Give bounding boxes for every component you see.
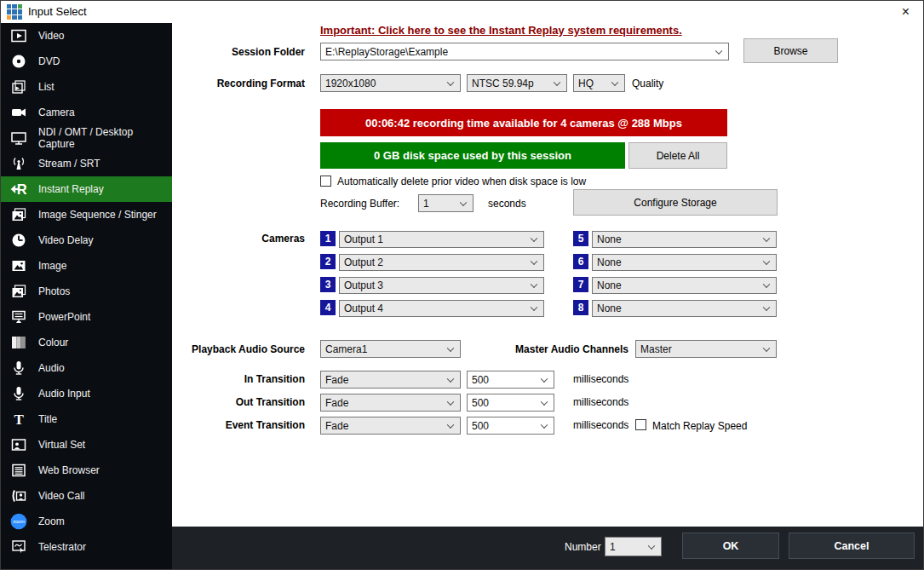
camera-4-value: Output 4 — [344, 302, 383, 314]
sidebar-item-label: Telestrator — [38, 541, 86, 553]
camera-1-dropdown[interactable]: Output 1 — [339, 231, 544, 248]
sidebar-item-telestrator[interactable]: Telestrator — [1, 534, 172, 560]
recording-buffer-value: 1 — [423, 198, 429, 210]
title-icon: T — [8, 411, 30, 428]
camera-4-dropdown[interactable]: Output 4 — [339, 300, 544, 317]
recording-buffer-dropdown[interactable]: 1 — [418, 194, 473, 212]
camera-7-dropdown[interactable]: None — [592, 277, 777, 294]
camera-icon — [8, 104, 30, 121]
sidebar-item-image[interactable]: Image — [1, 253, 172, 279]
event-transition-label: Event Transition — [172, 419, 305, 431]
video-call-icon — [8, 487, 30, 504]
resolution-dropdown[interactable]: 1920x1080 — [320, 74, 461, 92]
instant-replay-icon: R — [8, 180, 30, 199]
sidebar-item-dvd[interactable]: DVD — [1, 49, 172, 74]
sidebar-item-colour[interactable]: Colour — [1, 330, 172, 355]
recording-time-banner: 00:06:42 recording time available for 4 … — [320, 109, 727, 136]
sidebar-item-label: Audio Input — [38, 388, 90, 400]
event-transition-duration-combobox[interactable]: 500 — [467, 417, 554, 435]
sidebar-item-web-browser[interactable]: Web Browser — [1, 458, 172, 483]
number-dropdown[interactable]: 1 — [605, 537, 662, 556]
camera-3-badge: 3 — [320, 277, 336, 292]
chevron-down-icon — [763, 344, 770, 351]
sidebar-item-virtual-set[interactable]: Virtual Set — [1, 432, 172, 458]
chevron-down-icon — [460, 199, 467, 205]
out-transition-duration-combobox[interactable]: 500 — [467, 394, 554, 412]
frame-rate-dropdown[interactable]: NTSC 59.94p — [467, 74, 567, 92]
close-icon[interactable]: × — [902, 3, 910, 20]
out-transition-type-dropdown[interactable]: Fade — [320, 394, 461, 412]
sidebar-item-photos[interactable]: Photos — [1, 279, 172, 304]
delete-all-button[interactable]: Delete All — [628, 142, 727, 169]
sidebar-item-powerpoint[interactable]: PowerPoint — [1, 304, 172, 330]
camera-8-dropdown[interactable]: None — [592, 300, 777, 317]
in-transition-duration-combobox[interactable]: 500 — [467, 371, 554, 389]
sidebar-item-label: Colour — [38, 337, 68, 348]
camera-5-value: None — [597, 233, 622, 245]
seconds-label: seconds — [488, 198, 526, 210]
sidebar-item-instant-replay[interactable]: R Instant Replay — [1, 176, 172, 202]
master-audio-channels-value: Master — [640, 343, 672, 355]
chevron-down-icon — [554, 78, 560, 85]
session-folder-value: E:\ReplayStorage\Example — [325, 46, 448, 58]
audio-icon — [8, 360, 30, 377]
sidebar-item-video-call[interactable]: Video Call — [1, 483, 172, 509]
match-replay-speed-checkbox[interactable] — [635, 419, 646, 430]
cancel-button[interactable]: Cancel — [789, 533, 915, 559]
camera-2-dropdown[interactable]: Output 2 — [339, 254, 544, 271]
svg-text:R: R — [17, 181, 27, 197]
quality-value: HQ — [578, 78, 594, 89]
chevron-down-icon — [763, 235, 770, 242]
auto-delete-checkbox[interactable] — [320, 176, 331, 187]
quality-label: Quality — [632, 78, 663, 89]
footer-bar: Number 1 OK Cancel — [172, 527, 924, 570]
sidebar-item-title[interactable]: T Title — [1, 406, 172, 432]
ok-button[interactable]: OK — [682, 533, 779, 559]
milliseconds-label: milliseconds — [573, 419, 628, 431]
playback-audio-source-dropdown[interactable]: Camera1 — [320, 340, 461, 358]
camera-3-dropdown[interactable]: Output 3 — [339, 277, 544, 294]
input-select-dialog: Input Select × Video DVD List Camera NDI… — [0, 0, 924, 570]
camera-2-value: Output 2 — [344, 256, 383, 268]
title-bar: Input Select × — [1, 1, 923, 23]
sidebar-item-camera[interactable]: Camera — [1, 100, 172, 125]
sidebar-item-label: Web Browser — [38, 464, 100, 476]
sidebar-item-video-delay[interactable]: Video Delay — [1, 227, 172, 253]
chevron-down-icon — [531, 258, 537, 265]
camera-5-dropdown[interactable]: None — [592, 231, 777, 248]
auto-delete-label: Automatically delete prior video when di… — [337, 176, 586, 187]
chevron-down-icon — [763, 258, 770, 265]
in-transition-type-dropdown[interactable]: Fade — [320, 371, 461, 389]
sidebar-item-label: Stream / SRT — [38, 158, 100, 170]
disk-space-banner: 0 GB disk space used by this session — [320, 142, 625, 169]
frame-rate-value: NTSC 59.94p — [472, 78, 534, 89]
match-replay-speed-label: Match Replay Speed — [652, 420, 747, 432]
event-transition-type-dropdown[interactable]: Fade — [320, 417, 461, 435]
quality-dropdown[interactable]: HQ — [573, 74, 625, 92]
sidebar-item-image-sequence[interactable]: Image Sequence / Stinger — [1, 202, 172, 227]
sidebar-item-label: List — [38, 81, 55, 93]
sidebar-item-desktop-capture[interactable]: NDI / OMT / Desktop Capture — [1, 125, 172, 151]
sidebar-item-zoom[interactable]: zoom Zoom — [1, 509, 172, 534]
milliseconds-label: milliseconds — [573, 373, 628, 385]
system-requirements-link[interactable]: Important: Click here to see the Instant… — [320, 24, 682, 37]
session-folder-combobox[interactable]: E:\ReplayStorage\Example — [320, 43, 729, 60]
configure-storage-button[interactable]: Configure Storage — [573, 189, 778, 216]
in-transition-label: In Transition — [172, 373, 305, 385]
sidebar-item-audio-input[interactable]: Audio Input — [1, 381, 172, 406]
chevron-down-icon — [531, 304, 537, 311]
input-type-sidebar: Video DVD List Camera NDI / OMT / Deskto… — [1, 23, 172, 570]
sidebar-item-audio[interactable]: Audio — [1, 355, 172, 381]
chevron-down-icon — [541, 375, 548, 382]
sidebar-item-video[interactable]: Video — [1, 23, 172, 49]
sidebar-item-label: Title — [38, 413, 57, 425]
sidebar-item-stream-srt[interactable]: Stream / SRT — [1, 151, 172, 176]
camera-7-badge: 7 — [573, 277, 588, 292]
master-audio-channels-dropdown[interactable]: Master — [635, 340, 777, 358]
camera-6-dropdown[interactable]: None — [592, 254, 777, 271]
browse-button[interactable]: Browse — [743, 38, 838, 63]
telestrator-icon — [8, 538, 30, 556]
sidebar-item-list[interactable]: List — [1, 74, 172, 100]
audio-input-icon — [8, 385, 30, 402]
sidebar-item-label: Photos — [38, 285, 70, 297]
